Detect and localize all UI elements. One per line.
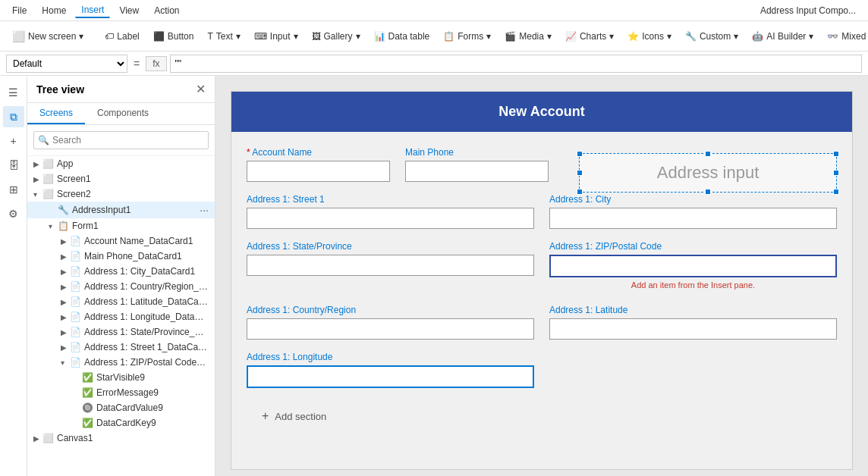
label-label: Label (117, 31, 139, 42)
canvas-area[interactable]: New Account Address input (215, 76, 868, 476)
forms-button[interactable]: 📋 Forms ▾ (437, 28, 497, 45)
tree-item-street1-dc[interactable]: ▶ 📄 Address 1: Street 1_DataCard1 (27, 340, 215, 355)
button-button[interactable]: ⬛ Button (147, 28, 200, 45)
input-account-name[interactable] (247, 161, 390, 182)
add-section[interactable]: + Add section (247, 400, 837, 432)
variable-strip-icon[interactable]: ⊞ (3, 179, 24, 200)
charts-button[interactable]: 📈 Charts ▾ (559, 28, 620, 45)
address-input-overlay[interactable]: Address input (579, 153, 837, 193)
data-strip-icon[interactable]: 🗄 (3, 155, 24, 176)
state-dc-expander: ▶ (61, 328, 70, 337)
tree-item-screen2[interactable]: ▾ ⬜ Screen2 (27, 186, 215, 202)
menu-action[interactable]: Action (148, 4, 185, 17)
street1-dc-icon: 📄 (70, 342, 81, 352)
charts-chevron: ▾ (609, 31, 614, 42)
menu-strip-icon[interactable]: ☰ (3, 82, 24, 103)
handle-bm[interactable] (705, 189, 711, 195)
app-title: Address Input Compo... (754, 4, 862, 17)
tree-item-canvas1[interactable]: ▶ ⬜ Canvas1 (27, 431, 215, 446)
handle-tm[interactable] (705, 151, 711, 157)
mixed-reality-button[interactable]: 👓 Mixed Reality ▾ (821, 28, 868, 45)
menu-insert[interactable]: Insert (75, 3, 110, 18)
tree-item-country-dc[interactable]: ▶ 📄 Address 1: Country/Region_DataCarc (27, 279, 215, 294)
tab-screens[interactable]: Screens (27, 103, 85, 124)
tree-item-app[interactable]: ▶ ⬜ App (27, 156, 215, 171)
settings-strip-icon[interactable]: ⚙ (3, 203, 24, 224)
menu-file[interactable]: File (6, 4, 33, 17)
tree-item-account-name-dc[interactable]: ▶ 📄 Account Name_DataCard1 (27, 233, 215, 249)
input-zip[interactable] (549, 255, 837, 277)
hint-text: Add an item from the Insert pane. (549, 280, 837, 290)
input-longitude[interactable] (247, 365, 534, 388)
latitude-dc-icon: 📄 (70, 296, 81, 307)
addressinput1-more[interactable]: ··· (200, 204, 209, 216)
input-country[interactable] (247, 318, 534, 340)
tree-item-addressinput1[interactable]: 🔧 AddressInput1 ··· (27, 202, 215, 218)
custom-icon: 🔧 (685, 31, 697, 42)
new-screen-button[interactable]: ⬜ New screen ▾ (6, 27, 90, 45)
input-latitude[interactable] (549, 318, 837, 340)
handle-tr[interactable] (833, 151, 839, 157)
screen2-label: Screen2 (57, 189, 209, 199)
handle-ml[interactable] (577, 170, 583, 176)
zip-dc-icon: 📄 (70, 357, 81, 368)
input-state[interactable] (247, 255, 534, 276)
formula-dropdown[interactable]: Default (6, 55, 127, 73)
forms-icon: 📋 (443, 31, 454, 42)
tree-item-datacardkey9[interactable]: ✅ DataCardKey9 (27, 415, 215, 431)
screen2-icon: ⬜ (42, 189, 54, 199)
input-icon: ⌨ (254, 31, 267, 42)
custom-button[interactable]: 🔧 Custom ▾ (679, 28, 744, 45)
media-button[interactable]: 🎬 Media ▾ (498, 28, 558, 45)
tree-item-state-dc[interactable]: ▶ 📄 Address 1: State/Province_DataCard1 (27, 324, 215, 340)
handle-bl[interactable] (577, 189, 583, 195)
form1-icon: 📋 (58, 221, 69, 231)
ai-builder-button[interactable]: 🤖 AI Builder ▾ (746, 28, 819, 45)
formula-fx[interactable]: fx (146, 56, 166, 71)
input-city[interactable] (549, 208, 837, 229)
media-icon: 🎬 (505, 31, 516, 42)
handle-mr[interactable] (833, 170, 839, 176)
tree-item-screen1[interactable]: ▶ ⬜ Screen1 (27, 171, 215, 186)
tree-item-latitude-dc[interactable]: ▶ 📄 Address 1: Latitude_DataCard1 (27, 294, 215, 309)
form1-label: Form1 (72, 221, 209, 231)
input-street1[interactable] (247, 208, 534, 229)
label-button[interactable]: 🏷 Label (99, 28, 145, 45)
tree-item-form1[interactable]: ▾ 📋 Form1 (27, 218, 215, 233)
tree-item-errormessage9[interactable]: ✅ ErrorMessage9 (27, 385, 215, 400)
sidebar-close-button[interactable]: ✕ (196, 82, 206, 96)
errormessage9-label: ErrorMessage9 (96, 387, 209, 398)
mixed-reality-label: Mixed Reality (841, 31, 868, 42)
add-strip-icon[interactable]: + (3, 130, 24, 152)
text-button[interactable]: T Text ▾ (201, 28, 246, 45)
handle-br[interactable] (833, 189, 839, 195)
tree-item-longitude-dc[interactable]: ▶ 📄 Address 1: Longitude_DataCard1 (27, 309, 215, 324)
forms-label: Forms (458, 31, 483, 42)
sidebar-header: Tree view ✕ (27, 76, 215, 103)
input-button[interactable]: ⌨ Input ▾ (248, 28, 304, 45)
tree-item-main-phone-dc[interactable]: ▶ 📄 Main Phone_DataCard1 (27, 249, 215, 264)
label-state: Address 1: State/Province (247, 241, 534, 252)
tree-item-starvisible9[interactable]: ✅ StarVisible9 (27, 370, 215, 385)
gallery-button[interactable]: 🖼 Gallery ▾ (306, 28, 366, 45)
formula-input[interactable] (170, 55, 862, 73)
label-city: Address 1: City (549, 194, 837, 205)
ai-builder-chevron: ▾ (809, 31, 813, 42)
handle-tl[interactable] (577, 151, 583, 157)
menu-home[interactable]: Home (36, 4, 72, 17)
tree-item-zip-dc[interactable]: ▾ 📄 Address 1: ZIP/Postal Code_DataCarc (27, 355, 215, 370)
tab-components[interactable]: Components (85, 103, 161, 124)
app-label: App (57, 158, 209, 169)
tree-content: ▶ ⬜ App ▶ ⬜ Screen1 ▾ ⬜ Screen2 🔧 Addres… (27, 156, 215, 476)
layers-strip-icon[interactable]: ⧉ (3, 106, 24, 127)
tree-item-datacardvalue9[interactable]: 🔘 DataCardValue9 (27, 400, 215, 415)
input-main-phone[interactable] (405, 161, 549, 182)
data-table-button[interactable]: 📊 Data table (368, 28, 436, 45)
sidebar-title: Tree view (36, 83, 84, 96)
main-phone-dc-icon: 📄 (70, 251, 81, 261)
menu-bar: File Home Insert View Action Address Inp… (0, 0, 868, 21)
search-input[interactable] (33, 131, 209, 149)
tree-item-city-dc[interactable]: ▶ 📄 Address 1: City_DataCard1 (27, 264, 215, 279)
menu-view[interactable]: View (113, 4, 145, 17)
icons-button[interactable]: ⭐ Icons ▾ (621, 28, 678, 45)
